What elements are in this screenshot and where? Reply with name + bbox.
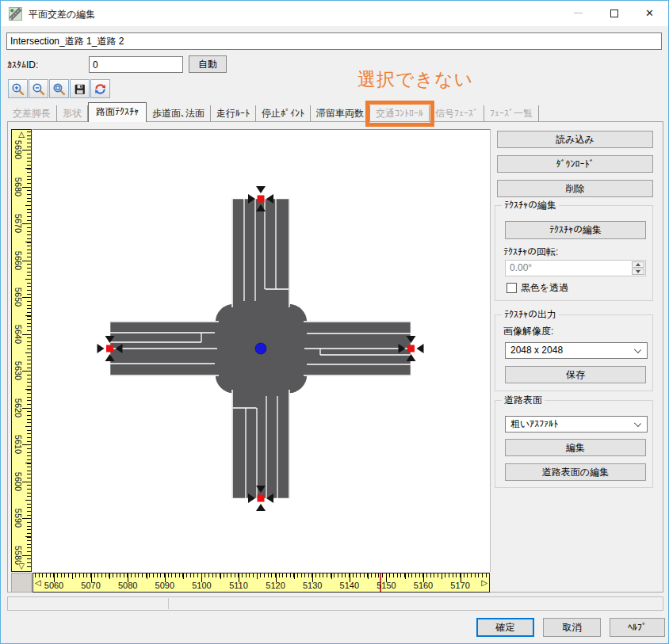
edit-intersection-dialog: 平面交差の編集 ✕ ｶｽﾀﾑID: 自動 xyxy=(0,0,669,644)
custom-id-input[interactable] xyxy=(89,56,183,73)
refresh-icon xyxy=(94,82,107,96)
v-ruler-major-tick xyxy=(22,261,31,261)
ruler-y-label: 5620 xyxy=(13,398,23,417)
ruler-scroll-up-arrow[interactable]: △ xyxy=(18,131,25,139)
ruler-x-label: 5090 xyxy=(155,581,174,590)
v-ruler-major-tick xyxy=(22,297,31,298)
zoom-in-button[interactable] xyxy=(8,79,28,98)
ruler-x-label: 5150 xyxy=(377,581,396,590)
save-texture-button[interactable]: 保存 xyxy=(505,366,646,383)
zoom-out-icon xyxy=(32,82,45,96)
image-resolution-dropdown[interactable]: 2048 x 2048 xyxy=(505,342,648,359)
h-ruler-mid-tick xyxy=(147,574,147,579)
status-divider xyxy=(168,598,169,609)
h-ruler-mid-tick xyxy=(331,574,332,579)
h-ruler-mid-tick xyxy=(442,574,442,579)
custom-id-label: ｶｽﾀﾑID: xyxy=(7,59,38,70)
download-button[interactable]: ﾀﾞｳﾝﾛｰﾄﾞ xyxy=(497,155,653,173)
close-icon: ✕ xyxy=(645,7,654,19)
zoom-out-button[interactable] xyxy=(29,79,48,98)
tab-content-pane: △ ▽ 569056805670566056505640563056205610… xyxy=(7,121,663,593)
tab-strip: 交差脚長形状路面ﾃｸｽﾁｬ歩道面､法面走行ﾙｰﾄ停止ﾎﾟｲﾝﾄ滞留車両数交通ｺﾝ… xyxy=(7,104,539,122)
tab-shape: 形状 xyxy=(57,105,88,122)
ruler-x-label: 5170 xyxy=(450,581,469,590)
transparent-black-checkrow: 黒色を透過 xyxy=(507,281,568,295)
v-ruler-mid-tick xyxy=(25,205,31,206)
h-ruler-mid-tick xyxy=(368,574,369,579)
edit-surface-button[interactable]: 編集 xyxy=(505,439,646,456)
transparent-black-checkbox[interactable] xyxy=(507,283,517,293)
ruler-y-label: 5660 xyxy=(13,250,23,269)
road-arm-north[interactable] xyxy=(232,198,290,309)
help-button[interactable]: ﾍﾙﾌﾟ xyxy=(610,618,665,637)
intersection-drawing[interactable] xyxy=(32,130,491,573)
cannot-select-annotation: 選択できない xyxy=(357,67,473,92)
h-ruler: ◁ ▷ 506050705080509051005110512051305140… xyxy=(32,573,490,593)
v-ruler-mid-tick xyxy=(25,389,31,390)
ruler-y-label: 5650 xyxy=(13,288,23,307)
tab-surface-texture[interactable]: 路面ﾃｸｽﾁｬ xyxy=(88,102,147,122)
app-icon xyxy=(9,7,22,21)
v-ruler-major-tick xyxy=(22,408,31,409)
close-button[interactable]: ✕ xyxy=(632,1,667,25)
ruler-y-label: 5640 xyxy=(13,324,23,343)
ruler-x-label: 5110 xyxy=(229,581,248,590)
spinner-up-icon xyxy=(636,263,640,266)
ruler-y-label: 5680 xyxy=(13,177,23,196)
ruler-corner xyxy=(11,573,32,593)
v-ruler: △ ▽ 569056805670566056505640563056205610… xyxy=(11,129,32,572)
tab-traffic-control: 交通ｺﾝﾄﾛｰﾙ xyxy=(370,105,430,122)
save-view-button[interactable] xyxy=(70,79,90,98)
v-ruler-mid-tick xyxy=(25,352,31,353)
tab-signal-phase: 信号ﾌｪｰｽﾞ xyxy=(430,105,484,122)
auto-button[interactable]: 自動 xyxy=(189,55,227,73)
ruler-x-label: 5140 xyxy=(340,581,359,590)
intersection-center-point[interactable] xyxy=(255,343,266,354)
image-resolution-value: 2048 x 2048 xyxy=(510,345,563,356)
ruler-y-label: 5610 xyxy=(13,435,23,454)
edit-road-surface-button[interactable]: 道路表面の編集 xyxy=(505,463,646,481)
maximize-button[interactable] xyxy=(596,1,632,25)
ruler-x-label: 5160 xyxy=(414,581,433,590)
road-surface-group-title: 道路表面 xyxy=(502,394,545,407)
ruler-y-label: 5600 xyxy=(13,471,23,490)
status-bar xyxy=(7,596,663,611)
spinner-down-button[interactable] xyxy=(632,269,644,275)
v-ruler-minor-ticks xyxy=(27,131,31,570)
ruler-scroll-left-arrow[interactable]: ◁ xyxy=(35,579,41,587)
tab-leg-length: 交差脚長 xyxy=(7,105,57,122)
title-bar[interactable]: 平面交差の編集 ✕ xyxy=(1,1,668,26)
h-ruler-mid-tick xyxy=(109,574,110,579)
load-button[interactable]: 読み込み xyxy=(497,131,653,148)
refresh-button[interactable] xyxy=(90,79,110,98)
ok-button[interactable]: 確定 xyxy=(476,618,534,637)
road-surface-value: 粗いｱｽﾌｧﾙﾄ xyxy=(510,418,558,429)
zoom-region-button[interactable] xyxy=(49,79,69,98)
intersection-name-input[interactable] xyxy=(6,32,662,50)
ruler-x-label: 5120 xyxy=(266,581,285,590)
ruler-scroll-down-arrow[interactable]: ▽ xyxy=(18,562,25,570)
v-ruler-major-tick xyxy=(22,223,31,224)
ruler-x-label: 5080 xyxy=(118,581,137,590)
minimize-button xyxy=(560,1,596,25)
ruler-y-label: 5590 xyxy=(13,509,23,528)
v-ruler-major-tick xyxy=(22,482,31,482)
cancel-button[interactable]: 取消 xyxy=(543,618,601,637)
tab-drive-route[interactable]: 走行ﾙｰﾄ xyxy=(211,105,256,122)
road-surface-dropdown[interactable]: 粗いｱｽﾌｧﾙﾄ xyxy=(505,416,648,433)
delete-button[interactable]: 削除 xyxy=(497,180,653,197)
tab-stop-point[interactable]: 停止ﾎﾟｲﾝﾄ xyxy=(256,105,311,122)
texture-edit-button[interactable]: ﾃｸｽﾁｬの編集 xyxy=(505,221,646,239)
h-ruler-mid-tick xyxy=(183,574,184,579)
spinner-up-button[interactable] xyxy=(632,261,644,268)
texture-output-group-title: ﾃｸｽﾁｬの出力 xyxy=(502,308,559,322)
road-arm-south[interactable] xyxy=(232,388,290,499)
tab-queued-vehicles[interactable]: 滞留車両数 xyxy=(311,105,370,122)
v-ruler-mid-tick xyxy=(25,315,31,316)
ruler-scroll-right-arrow[interactable]: ▷ xyxy=(481,579,487,587)
tab-sidewalk-slope[interactable]: 歩道面､法面 xyxy=(147,105,211,122)
texture-rotation-spinner[interactable]: 0.00° xyxy=(505,260,646,276)
intersection-canvas[interactable] xyxy=(32,129,491,572)
v-ruler-mid-tick xyxy=(25,168,31,169)
transparent-black-label: 黒色を透過 xyxy=(521,281,568,295)
